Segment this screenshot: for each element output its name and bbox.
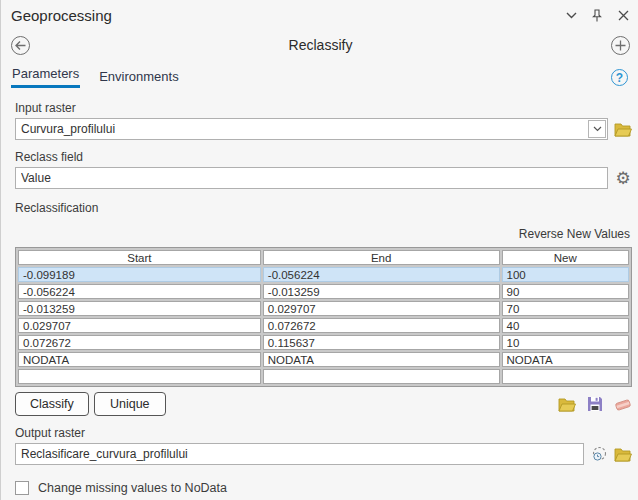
add-plus-button[interactable] [611,36,630,55]
cell-new[interactable]: 100 [502,267,629,282]
table-header-row: Start End New [18,250,629,265]
cell-start[interactable]: 0.072672 [18,335,261,350]
input-raster-label: Input raster [15,101,632,115]
pin-icon[interactable] [590,8,604,22]
cell-start[interactable]: -0.056224 [18,284,261,299]
dropdown-chevron-icon[interactable] [588,120,606,138]
close-icon[interactable] [616,8,630,22]
nodata-checkbox-label: Change missing values to NoData [38,481,227,495]
reclass-field-label: Reclass field [15,150,632,164]
reclassification-table: Start End New -0.099189-0.056224100-0.05… [15,247,632,387]
column-header-start[interactable]: Start [18,250,261,265]
cell-start[interactable] [18,369,261,384]
cell-new[interactable]: 90 [502,284,629,299]
reverse-new-values-button[interactable]: Reverse New Values [519,227,630,241]
classify-button[interactable]: Classify [15,392,89,416]
tab-environments[interactable]: Environments [98,66,179,88]
column-header-end[interactable]: End [263,250,500,265]
table-row[interactable]: NODATANODATANODATA [18,352,629,367]
load-folder-icon[interactable] [558,395,576,413]
cell-end[interactable]: NODATA [263,352,500,367]
table-row[interactable]: 0.0726720.11563710 [18,335,629,350]
cell-end[interactable] [263,369,500,384]
parameters-panel: Input raster Curvura_profilului Reclass … [1,90,638,500]
chevron-down-icon[interactable] [564,8,578,22]
input-raster-combobox[interactable]: Curvura_profilului [15,118,608,140]
cell-end[interactable]: 0.029707 [263,301,500,316]
cell-end[interactable]: -0.013259 [263,284,500,299]
tool-header: Reclassify [1,30,638,60]
table-row[interactable]: -0.099189-0.056224100 [18,267,629,282]
output-raster-input[interactable] [15,443,584,465]
panel-title: Geoprocessing [11,7,564,24]
browse-folder-icon[interactable] [614,120,632,138]
nodata-checkbox[interactable] [15,481,29,495]
cell-new[interactable]: 10 [502,335,629,350]
cell-end[interactable]: 0.072672 [263,318,500,333]
reclass-table-body: -0.099189-0.056224100-0.056224-0.0132599… [18,267,629,384]
cell-new[interactable]: 40 [502,318,629,333]
eraser-icon[interactable] [614,395,632,413]
cell-start[interactable]: NODATA [18,352,261,367]
save-floppy-icon[interactable] [586,395,604,413]
cell-start[interactable]: -0.013259 [18,301,261,316]
cell-new[interactable]: NODATA [502,352,629,367]
tab-bar: Parameters Environments ? [1,60,638,90]
table-row[interactable]: 0.0297070.07267240 [18,318,629,333]
panel-titlebar: Geoprocessing [1,0,638,30]
tool-title: Reclassify [30,37,611,53]
table-row[interactable]: -0.056224-0.01325990 [18,284,629,299]
help-icon[interactable]: ? [611,69,628,86]
temporary-clock-icon[interactable] [590,445,608,463]
back-button[interactable] [11,36,30,55]
table-row[interactable] [18,369,629,384]
unique-button[interactable]: Unique [94,392,166,416]
reclass-field-input[interactable] [15,167,608,189]
cell-start[interactable]: 0.029707 [18,318,261,333]
cell-end[interactable]: 0.115637 [263,335,500,350]
output-raster-label: Output raster [15,426,632,440]
gear-icon[interactable]: ⚙ [614,169,632,187]
geoprocessing-panel: Geoprocessing Reclassify Par [1,0,638,500]
table-row[interactable]: -0.0132590.02970770 [18,301,629,316]
cell-end[interactable]: -0.056224 [263,267,500,282]
column-header-new[interactable]: New [502,250,629,265]
tab-parameters[interactable]: Parameters [11,63,80,88]
input-raster-value: Curvura_profilului [16,122,587,136]
browse-output-folder-icon[interactable] [614,445,632,463]
cell-new[interactable]: 70 [502,301,629,316]
cell-start[interactable]: -0.099189 [18,267,261,282]
reclassification-label: Reclassification [15,201,98,215]
cell-new[interactable] [502,369,629,384]
